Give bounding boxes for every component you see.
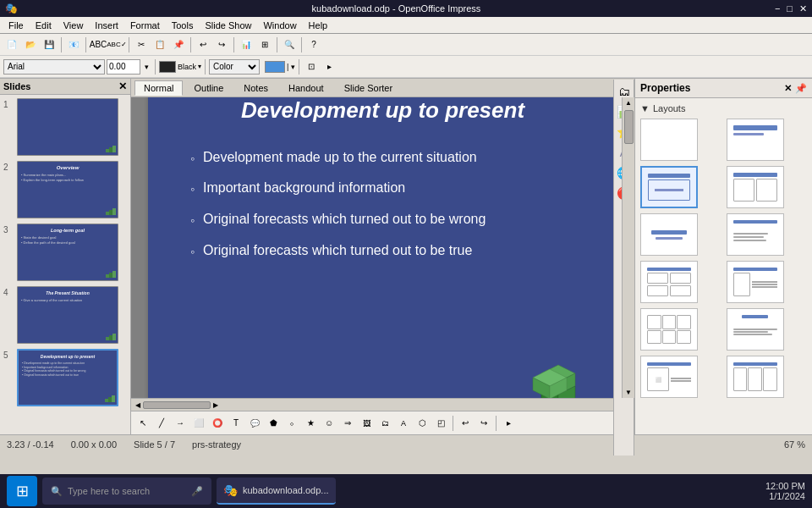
slide-item-5[interactable]: 5 Development up to present • Developmen… bbox=[3, 349, 127, 406]
layout-two-content-title[interactable] bbox=[727, 261, 784, 303]
new-button[interactable]: 📄 bbox=[3, 36, 20, 53]
paste-button[interactable]: 📌 bbox=[170, 36, 187, 53]
toolbar-area: 📄 📂 💾 📧 ABC ABC✓ ✂ 📋 📌 ↩ ↪ 📊 ⊞ 🔍 ? Arial… bbox=[0, 34, 812, 79]
slides-panel-close[interactable]: ✕ bbox=[118, 80, 127, 92]
spell2-button[interactable]: ABC✓ bbox=[108, 36, 125, 53]
tab-handout[interactable]: Handout bbox=[279, 80, 333, 95]
slide-thumb-1[interactable] bbox=[17, 98, 118, 156]
ellipse-btn[interactable]: ⭕ bbox=[209, 415, 226, 432]
help-toolbar-button[interactable]: ? bbox=[305, 36, 322, 53]
menu-slideshow[interactable]: Slide Show bbox=[200, 19, 256, 32]
slide-item-2[interactable]: 2 Overview • Summarize the main plans...… bbox=[3, 161, 127, 218]
taskbar-search[interactable]: 🔍 Type here to search 🎤 bbox=[42, 478, 211, 505]
select-btn[interactable]: ↖ bbox=[134, 415, 151, 432]
extrude-btn[interactable]: ⬡ bbox=[414, 415, 431, 432]
redo-button[interactable]: ↪ bbox=[213, 36, 230, 53]
scroll-right-arrow[interactable]: ▶ bbox=[211, 401, 221, 409]
layout-title-text[interactable] bbox=[727, 308, 784, 351]
slide-thumb-4[interactable]: The Present Situation • Give a summary o… bbox=[17, 286, 118, 344]
shadow-btn[interactable]: ◰ bbox=[432, 415, 449, 432]
layout-title-two-content[interactable] bbox=[727, 166, 784, 208]
shapes-btn[interactable]: ⬟ bbox=[265, 415, 282, 432]
symbol-btn[interactable]: ☺ bbox=[321, 415, 337, 432]
scroll-thumb-v[interactable] bbox=[624, 110, 634, 144]
menu-window[interactable]: Window bbox=[258, 19, 301, 32]
chart-button[interactable]: 📊 bbox=[238, 36, 255, 53]
minimize-button[interactable]: − bbox=[775, 3, 780, 14]
color-mode-select[interactable]: Color bbox=[209, 59, 260, 75]
gallery-btn[interactable]: 🗂 bbox=[376, 415, 393, 432]
menu-edit[interactable]: Edit bbox=[30, 19, 57, 32]
stars-btn[interactable]: ★ bbox=[302, 415, 319, 432]
status-bar: 3.23 / -0.14 0.00 x 0.00 Slide 5 / 7 prs… bbox=[0, 434, 812, 453]
image-btn[interactable]: 🖼 bbox=[358, 415, 375, 432]
vertical-scrollbar[interactable]: ▲ ▼ bbox=[622, 97, 634, 398]
find-button[interactable]: 🔍 bbox=[281, 36, 298, 53]
menu-tools[interactable]: Tools bbox=[167, 19, 199, 32]
menu-format[interactable]: Format bbox=[125, 19, 165, 32]
slide-item-4[interactable]: 4 The Present Situation • Give a summary… bbox=[3, 286, 127, 344]
layout-three-col[interactable] bbox=[727, 356, 784, 398]
rect-btn[interactable]: ⬜ bbox=[190, 415, 207, 432]
font-name-select[interactable]: Arial bbox=[3, 59, 105, 75]
layout-centered-title[interactable] bbox=[640, 213, 698, 256]
block-arrow-btn[interactable]: ⇒ bbox=[339, 415, 356, 432]
slide-item-3[interactable]: 3 Long-term goal • State the desired goa… bbox=[3, 224, 127, 281]
slide-thumb-content-3: Long-term goal • State the desired goal … bbox=[18, 224, 118, 280]
tab-outline[interactable]: Outline bbox=[184, 80, 233, 95]
slide-thumb-2[interactable]: Overview • Summarize the main plans... •… bbox=[17, 161, 118, 218]
layout-blank[interactable] bbox=[640, 119, 698, 161]
display-btn[interactable]: ⊡ bbox=[303, 58, 320, 75]
fontwork-btn[interactable]: A bbox=[395, 415, 412, 432]
close-button[interactable]: ✕ bbox=[799, 3, 807, 14]
tab-slide-sorter[interactable]: Slide Sorter bbox=[335, 80, 402, 95]
scroll-down-arrow[interactable]: ▼ bbox=[623, 387, 634, 398]
cut-button[interactable]: ✂ bbox=[133, 36, 150, 53]
tab-notes[interactable]: Notes bbox=[234, 80, 277, 95]
horizontal-scrollbar[interactable]: ◀ ▶ bbox=[131, 398, 634, 411]
menu-file[interactable]: File bbox=[3, 19, 29, 32]
text-btn[interactable]: T bbox=[228, 415, 244, 432]
display-btn2[interactable]: ▸ bbox=[321, 58, 338, 75]
scroll-left-arrow[interactable]: ◀ bbox=[133, 401, 143, 409]
slide-item-1[interactable]: 1 bbox=[3, 98, 127, 156]
layout-clip-text[interactable]: ⬜ bbox=[640, 356, 698, 398]
maximize-button[interactable]: □ bbox=[787, 3, 793, 14]
line-btn[interactable]: ╱ bbox=[153, 415, 170, 432]
menu-view[interactable]: View bbox=[58, 19, 89, 32]
undo-button[interactable]: ↩ bbox=[195, 36, 211, 53]
open-button[interactable]: 📂 bbox=[22, 36, 39, 53]
copy-button[interactable]: 📋 bbox=[151, 36, 168, 53]
start-button[interactable]: ⊞ bbox=[7, 476, 37, 506]
scroll-thumb-h[interactable] bbox=[143, 401, 211, 409]
layout-six-content[interactable] bbox=[640, 308, 698, 351]
scroll-up-arrow[interactable]: ▲ bbox=[623, 97, 634, 108]
callout-btn[interactable]: 💬 bbox=[246, 415, 263, 432]
slide-thumb-3[interactable]: Long-term goal • State the desired goal … bbox=[17, 224, 118, 281]
layout-title-body[interactable] bbox=[727, 213, 784, 256]
undo-draw-btn[interactable]: ↩ bbox=[457, 415, 474, 432]
font-size-input[interactable] bbox=[107, 59, 140, 75]
flowchart-btn[interactable]: ⬦ bbox=[283, 415, 300, 432]
tab-normal[interactable]: Normal bbox=[134, 80, 183, 96]
layouts-collapse-icon[interactable]: ▼ bbox=[640, 103, 650, 113]
arrow-btn[interactable]: → bbox=[172, 415, 189, 432]
save-button[interactable]: 💾 bbox=[41, 36, 58, 53]
layout-four-content[interactable] bbox=[640, 261, 698, 303]
spell-button[interactable]: ABC bbox=[90, 36, 107, 53]
slide-number-3: 3 bbox=[3, 225, 14, 235]
microphone-icon[interactable]: 🎤 bbox=[191, 486, 203, 497]
email-button[interactable]: 📧 bbox=[65, 36, 82, 53]
taskbar-app-impress[interactable]: 🎭 kubadownload.odp... bbox=[217, 478, 336, 505]
properties-pin-btn[interactable]: 📌 bbox=[795, 83, 807, 94]
layout-title-content[interactable] bbox=[640, 166, 698, 208]
slide-thumb-5[interactable]: Development up to present • Development … bbox=[17, 349, 118, 406]
redo-draw-btn[interactable]: ↪ bbox=[475, 415, 492, 432]
table-button[interactable]: ⊞ bbox=[256, 36, 273, 53]
layout-title-only[interactable] bbox=[727, 119, 784, 161]
properties-close-btn[interactable]: ✕ bbox=[784, 83, 792, 94]
more-btn[interactable]: ▸ bbox=[500, 415, 517, 432]
svg-rect-13 bbox=[108, 397, 112, 402]
menu-help[interactable]: Help bbox=[304, 19, 333, 32]
menu-insert[interactable]: Insert bbox=[90, 19, 123, 32]
